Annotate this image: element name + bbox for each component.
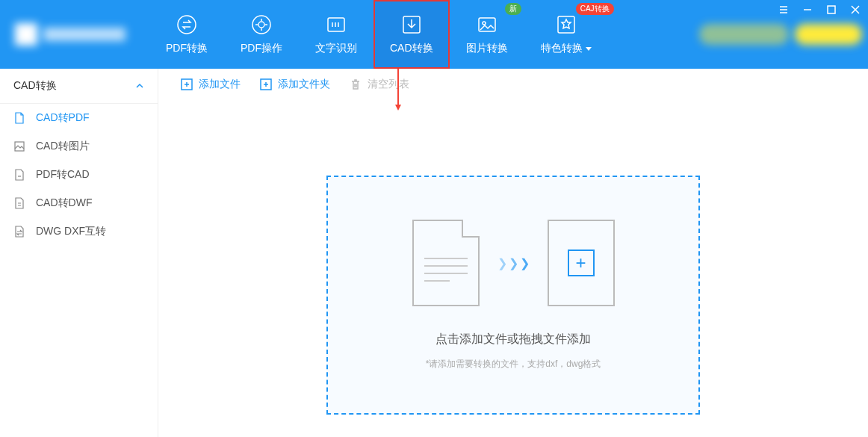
window-controls [777, 3, 862, 16]
sidebar-item-cad-to-pdf[interactable]: CAD转PDF [0, 104, 158, 132]
badge-new: 新 [505, 3, 521, 15]
image-icon [476, 13, 498, 36]
toolbar: 添加文件 添加文件夹 清空列表 [158, 69, 868, 101]
sidebar-item-cad-to-image[interactable]: CAD转图片 [0, 132, 158, 161]
nav-tab-pdf-convert[interactable]: PDF转换 [149, 0, 224, 69]
sidebar-item-dwg-dxf[interactable]: DWG DXF互转 [0, 217, 158, 246]
sidebar-item-label: DWG DXF互转 [36, 225, 106, 238]
close-button[interactable] [849, 3, 862, 16]
nav-tab-special-convert[interactable]: CAJ转换 特色转换 [524, 0, 617, 69]
plus-box-icon [260, 78, 272, 90]
cad-file-icon [13, 169, 25, 181]
minimize-button[interactable] [801, 3, 814, 16]
plus-box-icon [181, 78, 193, 90]
sidebar-item-label: CAD转DWF [36, 196, 92, 210]
svg-rect-9 [15, 142, 24, 151]
nav-tab-ocr[interactable]: 文字识别 [299, 0, 373, 69]
logo-area [0, 0, 149, 69]
nav-tab-label: PDF转换 [166, 42, 208, 55]
ocr-icon [325, 13, 347, 36]
nav-tab-label: CAD转换 [390, 42, 433, 55]
sidebar-item-label: CAD转图片 [36, 140, 90, 153]
nav-tab-label: 图片转换 [466, 42, 508, 55]
sidebar-item-cad-to-dwf[interactable]: CAD转DWF [0, 189, 158, 217]
sidebar-header[interactable]: CAD转换 [0, 69, 158, 104]
svg-point-1 [252, 16, 270, 34]
vip-area [699, 24, 862, 45]
drop-title: 点击添加文件或拖拽文件添加 [435, 332, 591, 347]
tool-label: 添加文件夹 [278, 78, 330, 91]
annotation-arrow [397, 69, 399, 106]
chevron-up-icon [135, 81, 144, 90]
sidebar-title: CAD转换 [13, 79, 57, 93]
swap-icon [176, 13, 198, 36]
image-file-icon [13, 140, 25, 152]
menu-icon[interactable] [777, 3, 790, 16]
drop-subtitle: *请添加需要转换的文件，支持dxf，dwg格式 [426, 358, 601, 371]
add-folder-button[interactable]: 添加文件夹 [260, 78, 330, 91]
clear-list-button[interactable]: 清空列表 [350, 78, 409, 91]
add-target-icon: + [548, 220, 615, 306]
gear-icon [250, 13, 273, 36]
dwf-file-icon [13, 197, 25, 209]
trash-icon [350, 78, 362, 90]
nav-tab-label: 特色转换 [541, 42, 592, 55]
cad-icon [400, 13, 423, 36]
sidebar-item-pdf-to-cad[interactable]: PDF转CAD [0, 161, 158, 189]
svg-point-0 [178, 16, 196, 34]
maximize-button[interactable] [825, 3, 838, 16]
sidebar: CAD转换 CAD转PDF CAD转图片 PDF转CAD [0, 69, 158, 437]
svg-point-6 [483, 22, 486, 25]
tool-label: 清空列表 [368, 78, 409, 91]
body-area: CAD转换 CAD转PDF CAD转图片 PDF转CAD [0, 69, 868, 437]
document-icon [412, 220, 480, 306]
nav-tabs: PDF转换 PDF操作 文字识别 CAD转换 新 [149, 0, 617, 69]
nav-tab-cad-convert[interactable]: CAD转换 [373, 0, 450, 69]
svg-rect-3 [328, 18, 344, 31]
nav-tab-image-convert[interactable]: 新 图片转换 [450, 0, 524, 69]
swap-file-icon [13, 226, 25, 238]
app-header: PDF转换 PDF操作 文字识别 CAD转换 新 [0, 0, 868, 69]
drop-area[interactable]: ❯❯❯ + 点击添加文件或拖拽文件添加 *请添加需要转换的文件，支持dxf，dw… [326, 176, 700, 415]
drop-graphic: ❯❯❯ + [412, 220, 615, 306]
badge-caj: CAJ转换 [576, 3, 614, 15]
vip-info [699, 24, 789, 45]
header-right [699, 0, 868, 45]
main-area: 添加文件 添加文件夹 清空列表 [158, 69, 868, 437]
svg-point-2 [258, 22, 264, 28]
sidebar-item-label: CAD转PDF [36, 111, 90, 125]
sidebar-item-label: PDF转CAD [36, 168, 90, 182]
add-file-button[interactable]: 添加文件 [181, 78, 241, 91]
chevron-down-icon [586, 47, 592, 51]
tool-label: 添加文件 [199, 78, 241, 91]
svg-rect-8 [828, 6, 835, 13]
star-icon [555, 13, 577, 36]
vip-button[interactable] [795, 24, 862, 45]
nav-tab-pdf-operate[interactable]: PDF操作 [224, 0, 299, 69]
pdf-file-icon [13, 112, 25, 124]
nav-tab-label: PDF操作 [241, 42, 282, 55]
arrows-icon: ❯❯❯ [497, 256, 530, 270]
nav-tab-label: 文字识别 [315, 42, 357, 55]
